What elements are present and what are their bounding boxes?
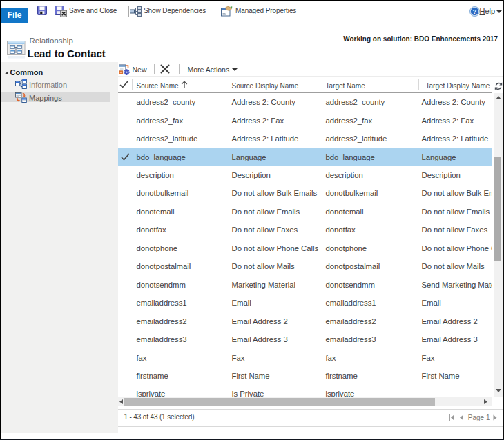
svg-text:?: ? (473, 8, 477, 15)
